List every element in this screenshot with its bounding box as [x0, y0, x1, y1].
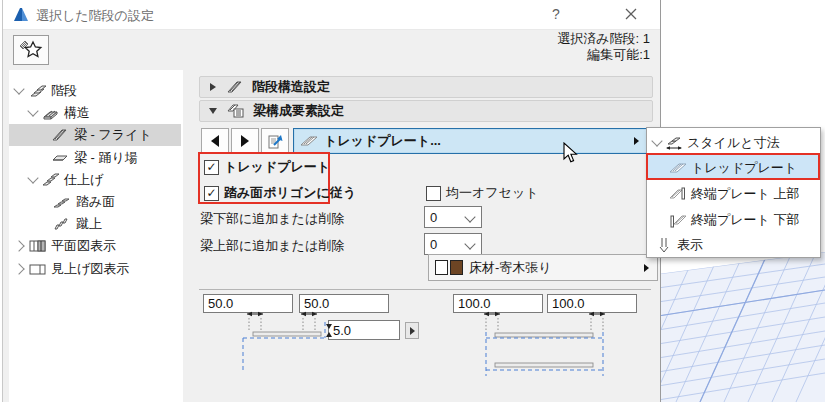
section-beam-components[interactable]: 梁構成要素設定: [199, 100, 653, 122]
follow-polygon-checkbox-label: 踏み面ポリゴンに従う: [224, 184, 356, 202]
stair-settings-dialog: 選択した階段の設定 ? 選択済み階段: 1 編集可能:1: [2, 0, 661, 402]
material-expand-icon[interactable]: [644, 264, 649, 272]
chevron-right-icon[interactable]: [13, 240, 24, 251]
chevron-down-icon[interactable]: [651, 135, 662, 146]
add-remove-bottom-label: 梁下部に追加または削除: [200, 210, 344, 228]
material-selector[interactable]: 床材-寄木張り: [428, 254, 658, 281]
beam-components-icon: [227, 103, 245, 119]
tread-icon: [53, 194, 71, 210]
tree-item-beam-landing[interactable]: 梁 - 踊り場: [9, 147, 181, 169]
tree-item-riser[interactable]: 蹴上: [9, 213, 181, 235]
tree-item-stair[interactable]: 階段: [9, 80, 181, 102]
transfer-settings-button[interactable]: [261, 128, 289, 154]
add-remove-top-combo[interactable]: 0: [424, 233, 482, 255]
background-3d-grid: [658, 248, 825, 402]
chevron-down-icon: [464, 238, 475, 249]
chevron-down-icon[interactable]: [27, 105, 38, 116]
component-popup-menu: スタイルと寸法 トレッドプレート 終端プレート 上部 終端プレート 下部: [646, 127, 821, 258]
uniform-offset-checkbox-row[interactable]: 均一オフセット: [426, 184, 539, 202]
beam-landing-icon: [51, 150, 69, 166]
favorites-button[interactable]: [13, 35, 49, 65]
chevron-right-icon[interactable]: [13, 263, 24, 274]
next-component-button[interactable]: [231, 128, 259, 154]
selected-count: 選択済み階段: 1: [557, 31, 650, 47]
annotation-red-box-menu: [646, 153, 820, 180]
arrow-right-icon: [241, 135, 249, 147]
previous-component-button[interactable]: [201, 128, 229, 154]
favorites-star-icon: [18, 39, 44, 61]
dialog-title: 選択した階段の設定: [36, 7, 154, 25]
menu-item-display[interactable]: 表示: [648, 232, 819, 257]
main-panel: 階段構造設定 梁構成要素設定: [189, 70, 657, 402]
end-plate-top-icon: [669, 186, 687, 202]
arrow-left-icon: [211, 135, 219, 147]
tread-plate-checkbox-label: トレッドプレート: [224, 158, 330, 176]
uniform-offset-checkbox-label: 均一オフセット: [446, 184, 539, 202]
dim-marker: [484, 312, 500, 330]
mouse-cursor: [563, 142, 581, 164]
tree-item-tread[interactable]: 踏み面: [9, 191, 181, 213]
close-button[interactable]: [611, 0, 651, 28]
selector-expand-icon[interactable]: [634, 137, 639, 145]
dim-marker: [301, 312, 317, 330]
checkbox-unchecked-icon[interactable]: [426, 186, 441, 201]
follow-polygon-checkbox-row[interactable]: ✓ 踏み面ポリゴンに従う: [204, 184, 356, 202]
selection-info: 選択済み階段: 1 編集可能:1: [557, 31, 650, 63]
style-dimensions-icon: [665, 135, 683, 151]
tread-plate-icon: [300, 133, 318, 149]
separator-line: [199, 289, 651, 290]
material-swatch-surface: [435, 260, 448, 275]
beam-flight-icon: [51, 127, 69, 143]
dim-marker: [589, 312, 605, 330]
stair-structure-icon: [226, 79, 244, 95]
tread-plate-checkbox-row[interactable]: ✓ トレッドプレート: [204, 158, 330, 176]
dim-marker: [247, 312, 263, 330]
checkbox-checked-icon[interactable]: ✓: [204, 186, 219, 201]
material-swatch-wood: [450, 260, 463, 275]
chevron-down-icon: [464, 211, 475, 222]
stair-icon: [29, 83, 47, 99]
component-selector[interactable]: トレッドプレート...: [293, 128, 648, 154]
material-name: 床材-寄木張り: [469, 259, 644, 277]
help-button[interactable]: ?: [536, 0, 576, 28]
menu-item-end-plate-bottom[interactable]: 終端プレート 下部: [648, 207, 819, 232]
close-icon: [625, 8, 637, 20]
structure-icon: [42, 105, 60, 121]
checkbox-checked-icon[interactable]: ✓: [204, 160, 219, 175]
end-plate-bottom-icon: [669, 212, 687, 228]
add-remove-top-label: 梁上部に追加または削除: [200, 237, 344, 255]
component-selector-value: トレッドプレート...: [324, 132, 441, 150]
display-arrow-icon: [655, 237, 673, 253]
tree-item-ceiling-view[interactable]: 見上げ図表示: [9, 258, 181, 280]
chevron-down-icon[interactable]: [13, 83, 24, 94]
ceiling-view-icon: [29, 261, 47, 277]
riser-icon: [53, 216, 71, 232]
tree-item-finish[interactable]: 仕上げ: [9, 169, 181, 191]
menu-item-style-and-dimensions[interactable]: スタイルと寸法: [648, 130, 819, 155]
transfer-settings-icon: [266, 132, 284, 150]
settings-tree: 階段 構造 梁 - フライト 梁 - 踊り場: [9, 70, 183, 402]
add-remove-bottom-combo[interactable]: 0: [424, 206, 482, 228]
tree-item-structure[interactable]: 構造: [9, 102, 181, 124]
finish-icon: [42, 172, 60, 188]
app-icon: [13, 7, 29, 22]
beam-dimension-diagram: [189, 308, 659, 402]
collapsed-triangle-icon[interactable]: [210, 83, 216, 91]
title-bar[interactable]: 選択した階段の設定 ?: [3, 0, 660, 30]
section-stair-structure[interactable]: 階段構造設定: [199, 76, 653, 98]
tree-item-plan-view[interactable]: 平面図表示: [9, 235, 181, 257]
screen: { "window": { "title": "選択した階段の設定", "hel…: [0, 0, 825, 402]
expanded-triangle-icon[interactable]: [209, 108, 217, 114]
chevron-down-icon[interactable]: [27, 172, 38, 183]
plan-view-icon: [29, 238, 47, 254]
menu-item-end-plate-top[interactable]: 終端プレート 上部: [648, 181, 819, 206]
editable-count: 編集可能:1: [557, 47, 650, 63]
tree-item-beam-flight[interactable]: 梁 - フライト: [9, 124, 181, 146]
